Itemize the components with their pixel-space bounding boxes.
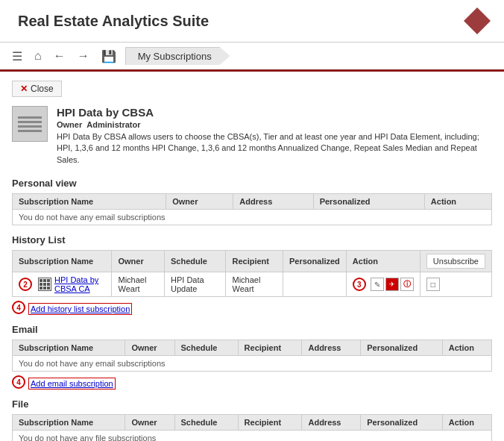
- dataset-name: HPI Data by CBSA: [57, 106, 492, 119]
- em-col-recipient: Recipient: [238, 340, 302, 356]
- history-list-table: Subscription Name Owner Schedule Recipie…: [12, 250, 492, 297]
- add-history-link-row: 4 Add history list subscription: [12, 300, 492, 315]
- email-empty-message: You do not have any email subscriptions: [13, 356, 492, 372]
- history-list-row: 2 HPI Data by CBSA CA Michael Weart HPI …: [13, 272, 492, 297]
- fi-col-address: Address: [302, 415, 361, 431]
- annotation-2: 2: [19, 278, 32, 291]
- annotation-4-history: 4: [12, 301, 25, 314]
- hl-row-checkbox-cell: □: [420, 272, 491, 297]
- hl-row-name-link[interactable]: HPI Data by CBSA CA: [54, 275, 105, 293]
- dataset-icon: [12, 106, 48, 142]
- fi-col-recipient: Recipient: [238, 415, 302, 431]
- dataset-description: HPI Data By CBSA allows users to choose …: [57, 131, 492, 166]
- hl-row-name: 2 HPI Data by CBSA CA: [13, 272, 112, 297]
- table-grid-icon: [38, 278, 51, 291]
- unsubscribe-button[interactable]: Unsubscribe: [426, 254, 485, 269]
- report-icon[interactable]: ✈: [385, 278, 399, 291]
- hl-row-recipient: Michael Weart: [226, 272, 283, 297]
- owner-value: Administrator: [86, 120, 140, 129]
- hl-row-schedule: HPI Data Update: [164, 272, 226, 297]
- breadcrumb: My Subscriptions: [125, 47, 230, 65]
- home-icon[interactable]: ⌂: [31, 48, 45, 64]
- file-table: Subscription Name Owner Schedule Recipie…: [12, 414, 492, 441]
- em-col-personalized: Personalized: [361, 340, 443, 356]
- email-table: Subscription Name Owner Schedule Recipie…: [12, 340, 492, 372]
- app-title: Real Estate Analytics Suite: [18, 13, 209, 30]
- hl-col-name: Subscription Name: [13, 251, 112, 272]
- close-label: Close: [31, 84, 54, 94]
- em-col-schedule: Schedule: [174, 340, 238, 356]
- fi-col-owner: Owner: [125, 415, 174, 431]
- pv-col-name: Subscription Name: [13, 194, 166, 210]
- personal-view-title: Personal view: [12, 178, 492, 189]
- file-empty-row: You do not have any file subscriptions: [13, 431, 492, 441]
- main-content: ✕ Close HPI Data by CBSA Owner Administr…: [0, 72, 504, 441]
- history-list-title: History List: [12, 234, 492, 245]
- add-email-link[interactable]: Add email subscription: [28, 378, 116, 390]
- forward-icon[interactable]: →: [75, 48, 92, 64]
- icon-line-3: [18, 125, 42, 128]
- personal-view-table: Subscription Name Owner Address Personal…: [12, 193, 492, 225]
- close-button[interactable]: ✕ Close: [12, 81, 62, 97]
- em-col-address: Address: [302, 340, 361, 356]
- menu-icon[interactable]: ☰: [9, 48, 25, 65]
- app-header: Real Estate Analytics Suite: [0, 0, 504, 43]
- annotation-3: 3: [353, 278, 366, 291]
- logo-diamond: [462, 6, 492, 36]
- email-section: Email Subscription Name Owner Schedule R…: [12, 324, 492, 390]
- hl-col-recipient: Recipient: [226, 251, 283, 272]
- pv-col-address: Address: [233, 194, 313, 210]
- personal-view-section: Personal view Subscription Name Owner Ad…: [12, 178, 492, 225]
- fi-col-schedule: Schedule: [174, 415, 238, 431]
- fi-col-name: Subscription Name: [13, 415, 125, 431]
- file-empty-message: You do not have any file subscriptions: [13, 431, 492, 441]
- fi-col-action: Action: [442, 415, 491, 431]
- em-col-owner: Owner: [125, 340, 174, 356]
- annotation-4-email: 4: [12, 375, 25, 389]
- icon-line-4: [18, 130, 42, 132]
- hl-row-action: 3 ✎ ✈ ⓘ: [346, 272, 420, 297]
- dataset-icon-lines: [18, 116, 42, 132]
- personal-view-empty-message: You do not have any email subscriptions: [13, 210, 492, 225]
- edit-icon[interactable]: ✎: [371, 278, 384, 291]
- icon-line-1: [18, 116, 42, 119]
- email-title: Email: [12, 324, 492, 335]
- back-icon[interactable]: ←: [51, 48, 69, 64]
- file-section: File Subscription Name Owner Schedule Re…: [12, 398, 492, 441]
- history-list-section: History List Subscription Name Owner Sch…: [12, 234, 492, 315]
- hl-col-unsubscribe: Unsubscribe: [420, 251, 491, 272]
- dataset-details: HPI Data by CBSA Owner Administrator HPI…: [57, 106, 492, 166]
- icon-line-2: [18, 121, 42, 123]
- hl-row-owner: Michael Weart: [112, 272, 165, 297]
- add-email-link-row: 4 Add email subscription: [12, 375, 492, 390]
- hl-col-schedule: Schedule: [164, 251, 226, 272]
- row-checkbox[interactable]: □: [426, 278, 440, 291]
- hl-col-action: Action: [346, 251, 420, 272]
- pv-col-action: Action: [424, 194, 491, 210]
- file-title: File: [12, 398, 492, 410]
- em-col-action: Action: [442, 340, 491, 356]
- close-x-icon: ✕: [20, 84, 28, 94]
- history-table-container: Subscription Name Owner Schedule Recipie…: [12, 250, 492, 297]
- owner-label: Owner: [57, 120, 82, 129]
- save-icon[interactable]: 💾: [98, 48, 119, 65]
- add-history-link[interactable]: Add history list subscription: [28, 303, 132, 315]
- dataset-owner-row: Owner Administrator: [57, 120, 492, 129]
- svg-marker-0: [464, 7, 491, 34]
- hl-col-owner: Owner: [112, 251, 165, 272]
- hl-col-personalized: Personalized: [283, 251, 346, 272]
- email-empty-row: You do not have any email subscriptions: [13, 356, 492, 372]
- dataset-info: HPI Data by CBSA Owner Administrator HPI…: [12, 106, 492, 166]
- personal-view-empty-row: You do not have any email subscriptions: [13, 210, 492, 225]
- pv-col-owner: Owner: [166, 194, 233, 210]
- info-icon[interactable]: ⓘ: [400, 278, 414, 291]
- pv-col-personalized: Personalized: [313, 194, 424, 210]
- toolbar: ☰ ⌂ ← → 💾 My Subscriptions: [0, 43, 504, 72]
- hl-row-personalized: [283, 272, 346, 297]
- em-col-name: Subscription Name: [13, 340, 125, 356]
- action-icons-group: 3 ✎ ✈ ⓘ: [353, 278, 414, 291]
- fi-col-personalized: Personalized: [361, 415, 443, 431]
